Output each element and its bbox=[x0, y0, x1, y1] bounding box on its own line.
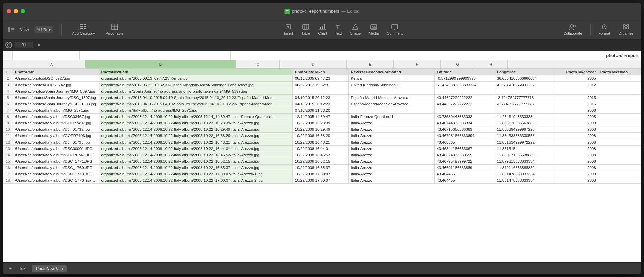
data-cell[interactable]: organized-albums/2015.04.10-2015.04.10-S… bbox=[99, 101, 292, 107]
data-cell[interactable] bbox=[348, 88, 435, 95]
media-button[interactable]: Media bbox=[366, 22, 381, 37]
maximize-button[interactable] bbox=[21, 9, 25, 13]
data-cell[interactable] bbox=[598, 171, 641, 177]
data-cell[interactable]: 11.879116663888889 bbox=[495, 165, 555, 171]
col-header-f[interactable]: F bbox=[394, 60, 441, 68]
data-cell[interactable]: 2008 bbox=[555, 171, 598, 177]
format-button[interactable]: Format bbox=[596, 22, 613, 37]
data-cell[interactable]: /Users/ac/photos/GOPR6742.jpg bbox=[13, 82, 99, 88]
data-cell[interactable]: 2008 bbox=[555, 177, 598, 184]
row-number-cell[interactable]: 2 bbox=[3, 75, 13, 82]
row-number-cell[interactable]: 8 bbox=[3, 114, 13, 120]
data-cell[interactable] bbox=[598, 126, 641, 133]
data-cell[interactable] bbox=[598, 120, 641, 126]
data-cell[interactable]: 43.468365 bbox=[435, 139, 495, 146]
shape-button[interactable]: Shape bbox=[347, 22, 364, 37]
data-cell[interactable]: 40.44697222222222 bbox=[435, 95, 495, 101]
data-cell[interactable]: organized-albums/2005.12.14-2008.10.22-I… bbox=[99, 165, 292, 171]
data-cell[interactable]: 40.44697222222222 bbox=[435, 101, 495, 107]
col-header-reversegeocode[interactable]: ReverseGeocodeFormatted bbox=[348, 69, 435, 75]
table-row[interactable]: 10/Users/ac/photos/Italy album/DJI_01732… bbox=[3, 126, 641, 133]
data-cell[interactable]: 11.881515 bbox=[495, 146, 555, 152]
table-row[interactable]: 18/Users/ac/photos/Italy album/DSC_1770_… bbox=[3, 177, 641, 184]
data-cell[interactable]: 10/22/2008 16:52:15 bbox=[292, 158, 348, 165]
col-header-c[interactable]: C bbox=[236, 60, 280, 68]
col-header-a[interactable]: A bbox=[18, 60, 85, 68]
data-cell[interactable]: -3.724752777777778 bbox=[495, 95, 555, 101]
row-number-cell[interactable]: 16 bbox=[3, 165, 13, 171]
row-number-cell[interactable]: 12 bbox=[3, 139, 13, 146]
data-cell[interactable]: /Users/ac/photos/Italy album/DJI_01732.j… bbox=[13, 126, 99, 133]
data-cell[interactable]: 11.885126666663888 bbox=[495, 120, 555, 126]
row-number-cell[interactable]: 5 bbox=[3, 95, 13, 101]
data-cell[interactable]: 43.78559443333333 bbox=[435, 114, 495, 120]
col-header-year[interactable]: PhotoTakenYear bbox=[555, 69, 598, 75]
data-cell[interactable] bbox=[598, 133, 641, 139]
data-cell[interactable]: 11.885394999997223 bbox=[495, 126, 555, 133]
data-cell[interactable]: España-Madrid-Moncloa-Aravaca bbox=[348, 95, 435, 101]
comment-button[interactable]: Comment bbox=[384, 22, 406, 37]
data-cell[interactable]: 43.46824333330555 bbox=[435, 152, 495, 158]
data-cell[interactable]: Italia-Firenze-Quartiere 1 bbox=[348, 114, 435, 120]
data-cell[interactable]: /Users/ac/photos/DSC_5727.jpg bbox=[13, 75, 99, 82]
data-cell[interactable] bbox=[598, 146, 641, 152]
data-cell[interactable] bbox=[598, 177, 641, 184]
view-menu-item[interactable]: View bbox=[20, 27, 29, 32]
data-cell[interactable]: 11.881478333333334 bbox=[495, 177, 555, 184]
data-cell[interactable]: organized-albums/2005.12.14-2008.10.22-I… bbox=[99, 120, 292, 126]
data-cell[interactable]: Italia-Arezzo bbox=[348, 146, 435, 152]
row-number-cell[interactable]: 6 bbox=[3, 101, 13, 107]
data-cell[interactable]: 10/22/2008 16:46:53 bbox=[292, 152, 348, 158]
data-cell[interactable]: /Users/ac/photos/Italy album/DJI_01733.j… bbox=[13, 139, 99, 146]
organize-button[interactable]: Organize bbox=[615, 22, 636, 37]
table-row[interactable]: 5/Users/ac/photos/Spain Journey/DSC_1807… bbox=[3, 95, 641, 101]
data-cell[interactable]: /Users/ac/photos/Italy album/IMG_2371.jp… bbox=[13, 107, 99, 114]
data-cell[interactable]: organized-albums/2005.12.14-2008.10.22-I… bbox=[99, 177, 292, 184]
data-cell[interactable]: 2008 bbox=[555, 165, 598, 171]
data-cell[interactable]: 06/22/2012 19:52:31 bbox=[292, 82, 348, 88]
data-cell[interactable]: 11.881478333333334 bbox=[495, 171, 555, 177]
data-cell[interactable]: /Users/ac/photos/Italy album/DSC_1770.JP… bbox=[13, 171, 99, 177]
data-cell[interactable]: organized-albums/2005.12.14-2008.10.22-I… bbox=[99, 133, 292, 139]
data-cell[interactable] bbox=[495, 107, 555, 114]
col-header-h[interactable]: H bbox=[474, 60, 508, 68]
data-cell[interactable]: organized-albums/2005.12.14-2008.10.22-I… bbox=[99, 114, 292, 120]
col-header-photopath[interactable]: PhotoPath bbox=[13, 69, 99, 75]
data-cell[interactable]: organized-albums/2005.12.14-2008.10.22-I… bbox=[99, 146, 292, 152]
data-cell[interactable]: 43.46744833333334 bbox=[435, 120, 495, 126]
data-cell[interactable]: 10/22/2008 16:55:37 bbox=[292, 165, 348, 171]
data-cell[interactable]: /Users/ac/photos/Italy album/GOPR0747.JP… bbox=[13, 152, 99, 158]
data-cell[interactable]: 2005 bbox=[555, 75, 598, 82]
data-cell[interactable]: organized-albums/2005.12.14-2008.10.22-I… bbox=[99, 171, 292, 177]
data-cell[interactable]: organized-albums/Spain Journey/no-addres… bbox=[99, 88, 292, 95]
table-row[interactable]: 9/Users/ac/photos/Italy album/GOPR7497.j… bbox=[3, 120, 641, 126]
data-cell[interactable]: 2015 bbox=[555, 101, 598, 107]
table-row[interactable]: 15/Users/ac/photos/Italy album/DSC_1771.… bbox=[3, 158, 641, 165]
col-header-latitude[interactable]: Latitude bbox=[435, 69, 495, 75]
col-header-e[interactable]: E bbox=[347, 60, 394, 68]
table-row[interactable]: 16/Users/ac/photos/Italy album/DSC_1769.… bbox=[3, 165, 641, 171]
row-number-cell[interactable]: 3 bbox=[3, 82, 13, 88]
data-cell[interactable]: 11.884538333330555 bbox=[495, 133, 555, 139]
data-cell[interactable] bbox=[598, 75, 641, 82]
data-cell[interactable]: organized-albums/2015.04.10-2015.04.10-S… bbox=[99, 95, 292, 101]
add-category-button[interactable]: Add Category bbox=[70, 22, 98, 37]
table-row[interactable]: 11/Users/ac/photos/Italy album/GOPR7496.… bbox=[3, 133, 641, 139]
data-cell[interactable]: /Users/ac/photos/Spain Journey/DSC_1808.… bbox=[13, 101, 99, 107]
data-cell[interactable]: 43.46844166666667 bbox=[435, 146, 495, 152]
data-cell[interactable]: 04/10/2015 20:12:23 bbox=[292, 95, 348, 101]
data-cell[interactable]: 43.46601166663889 bbox=[435, 165, 495, 171]
data-cell[interactable]: Kenya bbox=[348, 75, 435, 82]
row-number-cell[interactable]: 4 bbox=[3, 88, 13, 95]
col-header-longitude[interactable]: Longitude bbox=[495, 69, 555, 75]
data-cell[interactable]: /Users/ac/photos/Italy album/DSC03467.jp… bbox=[13, 114, 99, 120]
data-cell[interactable] bbox=[495, 88, 555, 95]
data-cell[interactable]: 2015 bbox=[555, 95, 598, 101]
data-cell[interactable]: organized-albums/Italy album/no-address/… bbox=[99, 107, 292, 114]
row-number-cell[interactable]: 18 bbox=[3, 177, 13, 184]
data-cell[interactable]: 10/22/2008 16:43:21 bbox=[292, 139, 348, 146]
data-cell[interactable] bbox=[598, 107, 641, 114]
sidebar-toggle-button[interactable] bbox=[8, 26, 15, 33]
data-cell[interactable]: United Kingdom-Sunninghill... bbox=[348, 82, 435, 88]
formula-input[interactable] bbox=[44, 43, 639, 47]
